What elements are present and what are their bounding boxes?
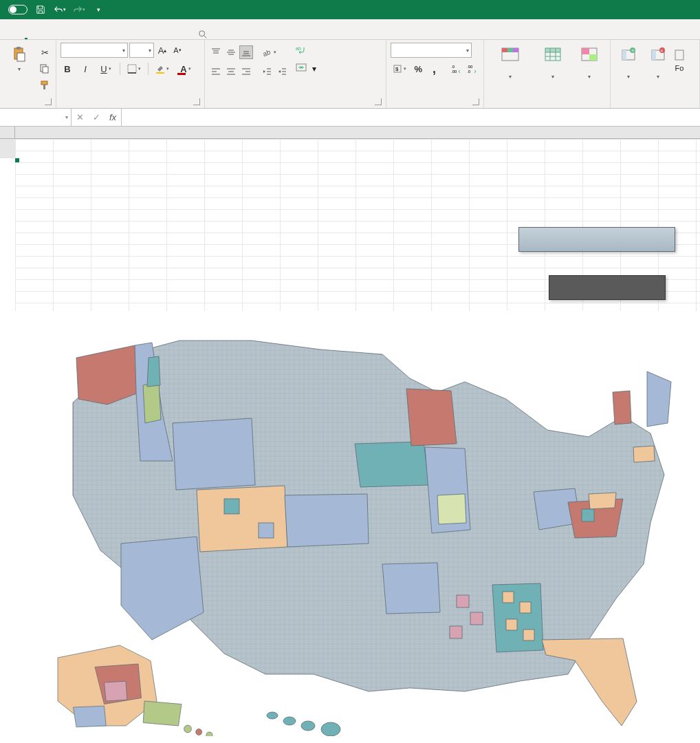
search-icon — [198, 30, 208, 39]
tab-developer[interactable] — [160, 31, 162, 39]
delete-cells-button[interactable]: × ▾ — [644, 43, 672, 80]
undo-icon[interactable]: ▾ — [54, 3, 66, 16]
font-color-button[interactable]: A▾ — [176, 62, 195, 76]
select-all-corner[interactable] — [0, 127, 15, 138]
svg-rect-63 — [652, 50, 656, 60]
align-center-icon[interactable] — [224, 65, 238, 78]
conditional-formatting-button[interactable]: ▾ — [488, 43, 532, 80]
delete-cells-icon: × — [649, 45, 667, 63]
align-bottom-icon[interactable] — [239, 45, 253, 59]
tab-data[interactable] — [102, 31, 105, 39]
title-bar: ▾ ▾ ▾ — [0, 0, 700, 19]
accounting-format-button[interactable]: $▾ — [391, 62, 409, 76]
svg-text:.00: .00 — [467, 65, 473, 69]
align-left-icon[interactable] — [209, 65, 223, 78]
fill-handle[interactable] — [15, 158, 19, 162]
svg-rect-7 — [41, 81, 47, 85]
number-format-combo[interactable]: ▾ — [391, 43, 472, 58]
copy-icon[interactable] — [38, 62, 52, 76]
save-icon[interactable] — [34, 3, 47, 16]
decrease-indent-icon[interactable] — [260, 65, 274, 78]
svg-rect-72 — [503, 592, 514, 603]
svg-text:ab: ab — [296, 46, 301, 51]
format-cells-icon — [670, 45, 688, 63]
svg-rect-69 — [224, 499, 239, 514]
cell-styles-button[interactable]: ▾ — [573, 43, 605, 80]
format-painter-icon[interactable] — [38, 78, 52, 92]
tab-file[interactable] — [6, 31, 8, 39]
insert-cells-button[interactable]: + ▾ — [615, 43, 642, 80]
svg-rect-71 — [582, 509, 594, 521]
svg-point-82 — [267, 712, 278, 719]
increase-decimal-icon[interactable]: .0.00 — [450, 62, 463, 76]
underline-button[interactable]: U▾ — [96, 62, 116, 76]
chevron-down-icon: ▾ — [122, 47, 125, 54]
merge-center-button[interactable]: ▾ — [296, 63, 382, 74]
us-county-map — [0, 316, 700, 743]
tab-review[interactable] — [121, 31, 124, 39]
svg-rect-75 — [523, 629, 534, 640]
format-cells-button[interactable]: Fo — [674, 43, 685, 72]
borders-button[interactable]: ▾ — [124, 62, 144, 76]
name-box[interactable]: ▾ — [0, 109, 72, 126]
align-right-icon[interactable] — [239, 65, 253, 78]
tab-view[interactable] — [140, 31, 143, 39]
tab-home[interactable] — [25, 30, 28, 39]
svg-rect-70 — [259, 523, 274, 538]
italic-button[interactable]: I — [78, 62, 92, 76]
autosave-control[interactable] — [4, 5, 28, 14]
worksheet-grid[interactable] — [0, 127, 700, 316]
svg-rect-8 — [43, 85, 45, 89]
cut-icon[interactable]: ✂ — [38, 45, 52, 59]
svg-rect-78 — [450, 626, 462, 638]
percent-button[interactable]: % — [412, 62, 425, 76]
reset-button[interactable] — [549, 275, 666, 300]
dialog-launcher-icon[interactable] — [193, 98, 200, 105]
align-middle-icon[interactable] — [224, 45, 238, 59]
svg-rect-77 — [470, 612, 483, 625]
enter-formula-icon[interactable]: ✓ — [88, 112, 105, 122]
comma-button[interactable]: , — [428, 62, 441, 76]
font-size-combo[interactable]: ▾ — [129, 43, 154, 58]
dialog-launcher-icon[interactable] — [45, 98, 52, 105]
format-table-icon — [544, 45, 562, 63]
qat-customize-icon[interactable]: ▾ — [92, 3, 105, 16]
orientation-button[interactable]: ab▾ — [260, 45, 279, 59]
font-name-combo[interactable]: ▾ — [61, 43, 128, 58]
decrease-font-icon[interactable]: A▾ — [171, 43, 184, 57]
decrease-decimal-icon[interactable]: .00.0 — [466, 62, 479, 76]
svg-rect-56 — [582, 48, 589, 54]
paste-button[interactable]: ▾ — [4, 43, 34, 72]
increase-font-icon[interactable]: A▴ — [155, 43, 169, 57]
formula-input[interactable] — [122, 109, 700, 126]
tab-help[interactable] — [179, 31, 182, 39]
wrap-text-button[interactable]: ab — [296, 45, 382, 57]
fill-color-button[interactable]: ▾ — [153, 62, 172, 76]
svg-rect-47 — [507, 48, 513, 52]
dialog-launcher-icon[interactable] — [375, 98, 382, 105]
svg-point-0 — [199, 31, 205, 36]
cancel-formula-icon[interactable]: ✕ — [72, 112, 88, 122]
increase-indent-icon[interactable] — [275, 65, 289, 78]
tab-formulas[interactable] — [83, 31, 85, 39]
format-as-table-button[interactable]: ▾ — [534, 43, 572, 80]
autosave-toggle[interactable] — [8, 5, 28, 14]
bold-button[interactable]: B — [61, 62, 74, 76]
paste-icon — [10, 45, 28, 63]
conditional-formatting-icon — [501, 45, 519, 63]
svg-rect-6 — [43, 67, 48, 73]
tab-page-layout[interactable] — [63, 31, 66, 39]
fx-icon[interactable]: fx — [105, 112, 121, 122]
svg-point-80 — [196, 729, 202, 735]
export-config-button[interactable] — [518, 227, 675, 252]
align-top-icon[interactable] — [209, 45, 223, 59]
svg-point-85 — [321, 722, 340, 736]
redo-icon[interactable]: ▾ — [73, 3, 85, 16]
ribbon: ▾ ✂ ▾ ▾ A▴ A▾ B I U▾ ▾ — [0, 40, 700, 109]
chevron-down-icon: ▾ — [312, 64, 316, 74]
search-box[interactable] — [198, 30, 212, 39]
dialog-launcher-icon[interactable] — [472, 98, 479, 105]
svg-text:.00: .00 — [451, 69, 457, 74]
tab-insert[interactable] — [44, 31, 47, 39]
chevron-down-icon: ▾ — [149, 47, 151, 54]
